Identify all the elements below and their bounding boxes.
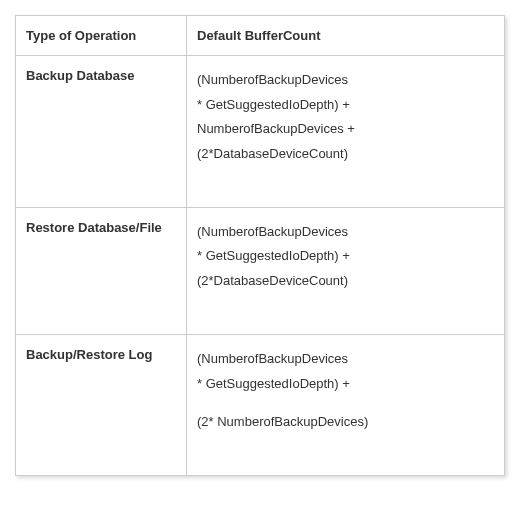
table-row: Backup/Restore Log (NumberofBackupDevice… [16,334,505,475]
formula-line: (NumberofBackupDevices [197,224,348,239]
formula-line: (NumberofBackupDevices [197,72,348,87]
blank-line [197,396,494,410]
table-row: Restore Database/File (NumberofBackupDev… [16,207,505,334]
formula-line: NumberofBackupDevices + [197,121,355,136]
table-row: Backup Database (NumberofBackupDevices *… [16,56,505,208]
formula-line: * GetSuggestedIoDepth) + [197,97,350,112]
buffercount-table: Type of Operation Default BufferCount Ba… [15,15,505,476]
formula-cell: (NumberofBackupDevices * GetSuggestedIoD… [187,334,505,475]
formula-cell: (NumberofBackupDevices * GetSuggestedIoD… [187,207,505,334]
operation-cell: Restore Database/File [16,207,187,334]
formula-line: * GetSuggestedIoDepth) + [197,376,350,391]
table: Type of Operation Default BufferCount Ba… [15,15,505,476]
header-type-of-operation: Type of Operation [16,16,187,56]
header-row: Type of Operation Default BufferCount [16,16,505,56]
operation-cell: Backup/Restore Log [16,334,187,475]
formula-line: (NumberofBackupDevices [197,351,348,366]
formula-line: (2*DatabaseDeviceCount) [197,273,348,288]
formula-line: * GetSuggestedIoDepth) + [197,248,350,263]
formula-line: (2*DatabaseDeviceCount) [197,146,348,161]
formula-line: (2* NumberofBackupDevices) [197,414,368,429]
header-default-buffercount: Default BufferCount [187,16,505,56]
formula-cell: (NumberofBackupDevices * GetSuggestedIoD… [187,56,505,208]
operation-cell: Backup Database [16,56,187,208]
